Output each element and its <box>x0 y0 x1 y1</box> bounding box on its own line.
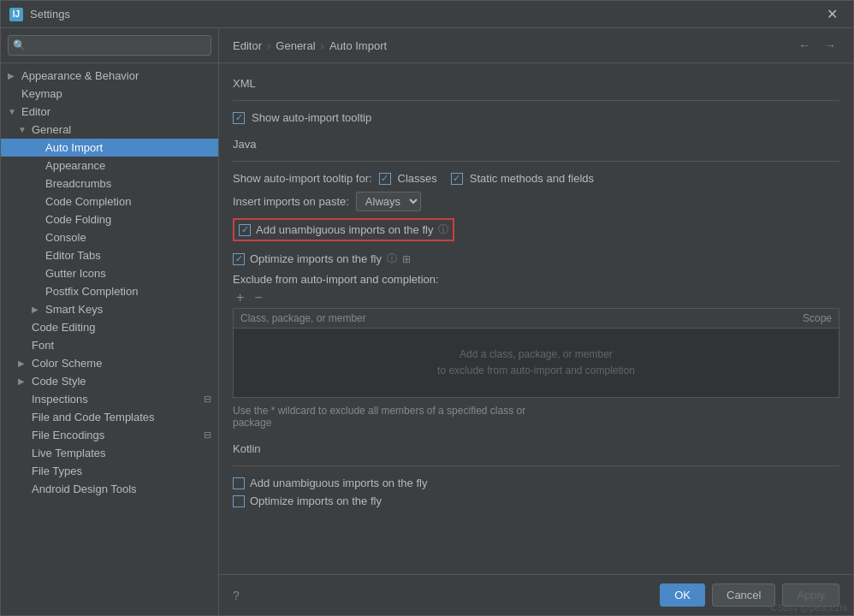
sidebar-item-editor-tabs[interactable]: Editor Tabs <box>1 246 218 264</box>
add-unambiguous-info-icon[interactable]: ⓘ <box>438 222 448 237</box>
sidebar-item-font[interactable]: Font <box>1 336 218 354</box>
xml-divider <box>233 100 839 101</box>
sidebar-item-code-style[interactable]: ▶ Code Style <box>1 372 218 390</box>
insert-imports-row: Insert imports on paste: Always Ask Neve… <box>233 192 839 211</box>
optimize-imports-row: Optimize imports on the fly ⓘ ⊞ <box>233 252 839 266</box>
sidebar-item-code-folding[interactable]: Code Folding <box>1 210 218 228</box>
sidebar-item-label: General <box>32 123 71 136</box>
breadcrumb-editor: Editor <box>233 39 262 52</box>
sidebar-item-label: Code Folding <box>45 213 111 226</box>
sidebar-item-auto-import[interactable]: Auto Import <box>1 139 218 157</box>
sidebar-item-general[interactable]: ▼ General <box>1 121 218 139</box>
sidebar-item-label: Editor <box>21 105 50 118</box>
expand-arrow <box>18 448 28 458</box>
sidebar-item-label: Appearance & Behavior <box>21 69 139 82</box>
main-content: 🔍 ▶ Appearance & Behavior Keymap ▼ <box>1 28 853 615</box>
forward-button[interactable]: → <box>821 37 839 54</box>
sidebar-item-android-design-tools[interactable]: Android Design Tools <box>1 480 218 498</box>
watermark: CSDN @peacezhi <box>771 602 847 613</box>
wildcard-line1: Use the * wildcard to exclude all member… <box>233 405 839 417</box>
sidebar-item-file-types[interactable]: File Types <box>1 462 218 480</box>
search-wrapper: 🔍 <box>8 35 211 56</box>
java-classes-checkbox[interactable] <box>379 173 391 185</box>
file-encodings-badge: ⊟ <box>204 429 211 441</box>
sidebar-item-code-editing[interactable]: Code Editing <box>1 318 218 336</box>
sidebar-item-label: Editor Tabs <box>45 249 101 262</box>
sidebar-tree: ▶ Appearance & Behavior Keymap ▼ Editor … <box>1 63 218 615</box>
close-button[interactable]: ✕ <box>820 3 845 26</box>
kotlin-optimize-row: Optimize imports on the fly <box>233 495 839 507</box>
add-unambiguous-label: Add unambiguous imports on the fly <box>256 223 433 236</box>
kotlin-add-unambiguous-checkbox[interactable] <box>233 477 245 489</box>
optimize-checkbox[interactable] <box>233 253 245 265</box>
java-static-label: Static methods and fields <box>470 172 594 185</box>
exclude-section: Exclude from auto-import and completion:… <box>233 273 839 429</box>
cancel-button[interactable]: Cancel <box>712 583 775 607</box>
sidebar-item-code-completion[interactable]: Code Completion <box>1 192 218 210</box>
search-input[interactable] <box>8 35 211 56</box>
empty-hint-line1: Add a class, package, or member <box>437 346 635 363</box>
sidebar-item-label: Appearance <box>45 159 105 172</box>
expand-arrow <box>32 233 42 242</box>
kotlin-add-unambiguous-label: Add unambiguous imports on the fly <box>250 477 427 489</box>
optimize-table-icon[interactable]: ⊞ <box>402 253 411 265</box>
sidebar-item-label: Keymap <box>21 87 62 100</box>
remove-exclude-button[interactable]: − <box>251 291 265 305</box>
sidebar-item-file-encodings[interactable]: File Encodings ⊟ <box>1 426 218 444</box>
col-scope-header: Scope <box>763 312 832 324</box>
sidebar-item-label: File and Code Templates <box>32 411 155 424</box>
sidebar-item-label: Smart Keys <box>45 303 103 316</box>
sidebar-item-label: Code Completion <box>45 195 131 208</box>
java-static-checkbox[interactable] <box>451 173 463 185</box>
sidebar-item-label: Console <box>45 231 86 244</box>
search-icon: 🔍 <box>13 39 26 51</box>
ok-button[interactable]: OK <box>660 583 705 607</box>
xml-section-title: XML <box>233 77 839 90</box>
sidebar-item-gutter-icons[interactable]: Gutter Icons <box>1 264 218 282</box>
sidebar-item-postfix-completion[interactable]: Postfix Completion <box>1 282 218 300</box>
col-class-header: Class, package, or member <box>240 312 763 324</box>
sidebar-item-inspections[interactable]: Inspections ⊟ <box>1 390 218 408</box>
add-unambiguous-row: Add unambiguous imports on the fly ⓘ <box>233 218 454 241</box>
sidebar-item-label: Postfix Completion <box>45 285 138 298</box>
sidebar-item-color-scheme[interactable]: ▶ Color Scheme <box>1 354 218 372</box>
sidebar-item-breadcrumbs[interactable]: Breadcrumbs <box>1 175 218 192</box>
kotlin-divider <box>233 465 839 466</box>
sidebar-item-live-templates[interactable]: Live Templates <box>1 444 218 462</box>
help-button[interactable]: ? <box>233 589 240 602</box>
insert-imports-dropdown[interactable]: Always Ask Never <box>356 192 421 211</box>
expand-arrow <box>18 394 28 404</box>
expand-arrow: ▶ <box>32 305 42 314</box>
expand-arrow <box>32 179 42 188</box>
java-tooltip-label: Show auto-import tooltip for: <box>233 172 372 185</box>
sidebar-item-label: Gutter Icons <box>45 267 106 280</box>
breadcrumb-auto-import: Auto Import <box>329 39 387 52</box>
sidebar-item-smart-keys[interactable]: ▶ Smart Keys <box>1 300 218 318</box>
java-classes-label: Classes <box>398 172 437 185</box>
sidebar-item-label: Code Style <box>32 375 86 388</box>
expand-arrow: ▼ <box>8 107 18 116</box>
expand-arrow <box>8 89 18 98</box>
java-tooltip-row: Show auto-import tooltip for: Classes St… <box>233 172 839 185</box>
sidebar-item-editor[interactable]: ▼ Editor <box>1 103 218 121</box>
optimize-info-icon[interactable]: ⓘ <box>387 252 397 266</box>
back-button[interactable]: ← <box>795 37 814 54</box>
kotlin-optimize-checkbox[interactable] <box>233 495 245 507</box>
sidebar-item-label: Live Templates <box>32 447 105 459</box>
title-bar: IJ Settings ✕ <box>1 1 853 28</box>
exclude-empty-hint: Add a class, package, or member to exclu… <box>437 346 635 379</box>
add-unambiguous-checkbox[interactable] <box>239 224 251 236</box>
sidebar-item-appearance-behavior[interactable]: ▶ Appearance & Behavior <box>1 67 218 85</box>
exclude-table-header: Class, package, or member Scope <box>234 309 839 329</box>
expand-arrow <box>18 484 28 494</box>
empty-hint-line2: to exclude from auto-import and completi… <box>437 363 635 379</box>
add-exclude-button[interactable]: + <box>233 291 247 305</box>
xml-show-tooltip-checkbox[interactable] <box>233 112 245 124</box>
kotlin-section-title: Kotlin <box>233 442 839 455</box>
sidebar-item-console[interactable]: Console <box>1 228 218 246</box>
sidebar-item-keymap[interactable]: Keymap <box>1 85 218 103</box>
expand-arrow <box>32 269 42 278</box>
expand-arrow: ▼ <box>18 125 28 134</box>
sidebar-item-file-code-templates[interactable]: File and Code Templates <box>1 408 218 426</box>
sidebar-item-appearance[interactable]: Appearance <box>1 157 218 175</box>
